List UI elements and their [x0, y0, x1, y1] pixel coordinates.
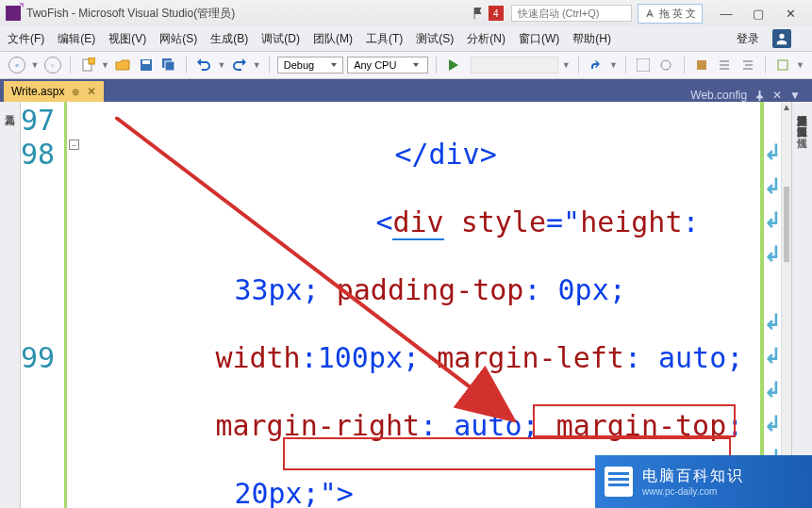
svg-rect-5 [165, 61, 174, 71]
undo-button[interactable] [194, 55, 213, 75]
ime-label: 拖 英 文 [659, 7, 696, 21]
tool-btn-4[interactable] [715, 55, 734, 75]
tab-label: Write.aspx [11, 85, 64, 98]
nav-forward-button[interactable]: ◦ [42, 55, 61, 75]
menu-team[interactable]: 团队(M) [313, 31, 353, 47]
watermark-url: www.pc-daily.com [642, 486, 744, 497]
watermark-badge: 电脑百科知识 www.pc-daily.com [595, 455, 812, 508]
svg-rect-9 [778, 60, 787, 70]
menu-file[interactable]: 文件(F) [8, 31, 44, 47]
code-content[interactable]: </div> <div style="height: 33px; padding… [74, 102, 760, 508]
svg-rect-6 [637, 58, 650, 72]
pin-icon[interactable]: ⊕ [72, 87, 79, 97]
solution-explorer-tab[interactable]: 解决方案资源管理器 [792, 102, 812, 113]
vs-logo-icon [6, 6, 21, 21]
menu-build[interactable]: 生成(B) [210, 31, 248, 47]
start-target-dropdown[interactable] [471, 57, 557, 74]
flag-icon[interactable] [472, 7, 485, 20]
svg-point-7 [661, 60, 671, 70]
menu-website[interactable]: 网站(S) [159, 31, 197, 47]
properties-tab[interactable]: 属性 [792, 124, 812, 136]
svg-rect-3 [142, 60, 150, 64]
editor-area: 工具箱 97 98 99 − </div> <div style="height… [0, 102, 812, 508]
tool-btn-5[interactable] [737, 55, 756, 75]
menu-tools[interactable]: 工具(T) [366, 31, 403, 47]
tab-close-icon[interactable]: ✕ [772, 89, 782, 102]
left-tool-rail[interactable]: 工具箱 [0, 102, 21, 508]
maximize-button[interactable]: ▢ [742, 2, 774, 25]
save-all-button[interactable] [159, 55, 178, 75]
menu-view[interactable]: 视图(V) [108, 31, 146, 47]
inactive-tab-label[interactable]: Web.config [690, 89, 747, 102]
solution-config-dropdown[interactable]: Debug [277, 57, 343, 74]
ime-indicator[interactable]: 拖 英 文 [638, 4, 703, 24]
tool-btn-2[interactable] [656, 55, 675, 75]
title-bar: TwoFish - Microsoft Visual Studio(管理员) 4… [0, 0, 812, 26]
line-number-gutter: 97 98 99 [21, 102, 64, 508]
vertical-scrollbar[interactable]: ▲ [781, 102, 791, 508]
new-file-button[interactable] [78, 55, 97, 75]
svg-rect-1 [89, 57, 95, 64]
minimize-button[interactable]: — [710, 2, 742, 25]
book-icon [605, 467, 633, 497]
watermark-text: 电脑百科知识 [642, 467, 744, 486]
outline-margin[interactable]: − [67, 102, 74, 508]
scroll-up-icon[interactable]: ▲ [782, 102, 791, 117]
quick-launch-input[interactable] [511, 5, 632, 22]
code-editor[interactable]: 97 98 99 − </div> <div style="height: 33… [21, 102, 791, 508]
tool-btn-1[interactable] [634, 55, 653, 75]
menu-help[interactable]: 帮助(H) [572, 31, 611, 47]
notification-badge[interactable]: 4 [489, 6, 504, 21]
team-explorer-tab[interactable]: 团队资源管理器 [792, 113, 812, 124]
document-tab-strip: Write.aspx ⊕ ✕ Web.config ✕ ▼ [0, 79, 812, 102]
tool-btn-3[interactable] [691, 55, 710, 75]
browser-link-button[interactable] [587, 55, 605, 75]
user-avatar-icon[interactable] [772, 29, 791, 48]
tab-close-icon[interactable]: ✕ [87, 85, 96, 98]
word-wrap-column: ↲ ↲ ↲ ↲ ↲ ↲ ↲ ↲ ↲ [764, 102, 781, 508]
redo-button[interactable] [229, 55, 248, 75]
active-document-tab[interactable]: Write.aspx ⊕ ✕ [4, 81, 104, 102]
platform-dropdown[interactable]: Any CPU [347, 57, 428, 74]
menu-window[interactable]: 窗口(W) [519, 31, 559, 47]
svg-rect-8 [697, 60, 706, 70]
menu-bar: 文件(F) 编辑(E) 视图(V) 网站(S) 生成(B) 调试(D) 团队(M… [0, 26, 812, 51]
save-button[interactable] [136, 55, 155, 75]
sign-in-link[interactable]: 登录 [737, 31, 759, 47]
menu-analyze[interactable]: 分析(N) [467, 31, 505, 47]
tab-overflow-icon[interactable]: ▼ [789, 89, 801, 102]
close-button[interactable]: ✕ [774, 2, 806, 25]
scroll-thumb[interactable] [784, 187, 789, 262]
toolbar: ◦ ▼ ◦ ▼ ▼ ▼ Debug Any CPU ▼ ▼ ▼ [0, 51, 812, 79]
right-tool-rail: 解决方案资源管理器 团队资源管理器 属性 [791, 102, 812, 508]
tool-btn-6[interactable] [773, 55, 792, 75]
menu-edit[interactable]: 编辑(E) [58, 31, 95, 47]
window-title: TwoFish - Microsoft Visual Studio(管理员) [26, 6, 235, 22]
open-file-button[interactable] [113, 55, 132, 75]
menu-debug[interactable]: 调试(D) [261, 31, 300, 47]
pin-icon[interactable] [754, 90, 765, 101]
nav-back-button[interactable]: ◦ [8, 55, 26, 75]
start-debug-button[interactable] [444, 55, 463, 75]
menu-test[interactable]: 测试(S) [416, 31, 454, 47]
